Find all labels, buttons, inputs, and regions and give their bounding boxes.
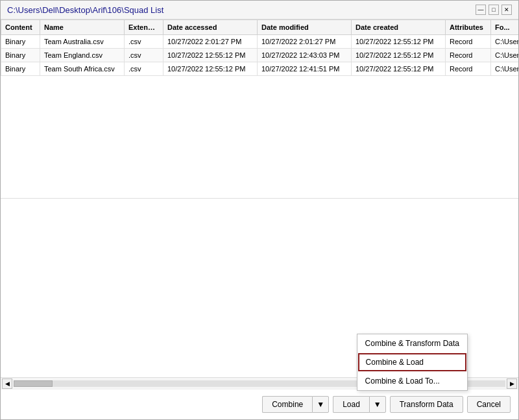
dropdown-item-combine-load[interactable]: Combine & Load: [358, 353, 466, 371]
maximize-button[interactable]: □: [489, 5, 499, 15]
main-window: C:\Users\Dell\Desktop\Arif\106\Squad Lis…: [0, 0, 519, 420]
load-dropdown-button[interactable]: ▼: [369, 396, 386, 413]
cell-folder: C:\Users\Dell\De: [491, 49, 519, 62]
cell-content: Binary: [1, 35, 40, 49]
col-date-accessed: Date accessed: [163, 20, 258, 35]
cell-extension: .csv: [125, 35, 163, 49]
table-container[interactable]: Content Name Extension Date accessed Dat…: [1, 19, 518, 199]
scroll-thumb[interactable]: [14, 380, 53, 387]
cell-date_created: 10/27/2022 12:55:12 PM: [352, 35, 446, 49]
load-button-group: Load ▼: [333, 396, 386, 413]
col-folder: Fo...: [491, 20, 519, 35]
combine-button[interactable]: Combine: [262, 396, 312, 413]
cancel-button[interactable]: Cancel: [467, 396, 511, 413]
cell-attributes: Record: [446, 62, 491, 76]
table-header-row: Content Name Extension Date accessed Dat…: [1, 20, 519, 35]
col-content: Content: [1, 20, 40, 35]
col-extension: Extension: [125, 20, 163, 35]
window-controls: — □ ✕: [476, 5, 512, 15]
cell-folder: C:\Users\Dell\De: [491, 62, 519, 76]
close-button[interactable]: ✕: [501, 5, 512, 15]
cell-content: Binary: [1, 49, 40, 62]
table-row[interactable]: BinaryTeam South Africa.csv.csv10/27/202…: [1, 62, 519, 76]
cell-date_accessed: 10/27/2022 12:55:12 PM: [163, 62, 258, 76]
window-title: C:\Users\Dell\Desktop\Arif\106\Squad Lis…: [7, 5, 163, 15]
combine-dropdown-button[interactable]: ▼: [312, 396, 329, 413]
title-bar: C:\Users\Dell\Desktop\Arif\106\Squad Lis…: [1, 1, 518, 19]
files-table: Content Name Extension Date accessed Dat…: [1, 19, 518, 76]
cell-name: Team England.csv: [40, 49, 125, 62]
cell-extension: .csv: [125, 62, 163, 76]
cell-date_accessed: 10/27/2022 2:01:27 PM: [163, 35, 258, 49]
bottom-toolbar: Combine & Transform Data Combine & Load …: [1, 389, 518, 419]
cell-content: Binary: [1, 62, 40, 76]
load-button[interactable]: Load: [333, 396, 369, 413]
cell-date_created: 10/27/2022 12:55:12 PM: [352, 49, 446, 62]
col-date-modified: Date modified: [258, 20, 352, 35]
cell-attributes: Record: [446, 35, 491, 49]
col-attributes: Attributes: [446, 20, 491, 35]
table-row[interactable]: BinaryTeam England.csv.csv10/27/2022 12:…: [1, 49, 519, 62]
minimize-button[interactable]: —: [476, 5, 486, 15]
cell-name: Team South Africa.csv: [40, 62, 125, 76]
combine-button-group: Combine ▼: [262, 396, 329, 413]
table-row[interactable]: BinaryTeam Australia.csv.csv10/27/2022 2…: [1, 35, 519, 49]
cell-attributes: Record: [446, 49, 491, 62]
col-date-created: Date created: [352, 20, 446, 35]
dropdown-item-combine-transform[interactable]: Combine & Transform Data: [357, 334, 467, 352]
cell-date_accessed: 10/27/2022 12:55:12 PM: [163, 49, 258, 62]
dropdown-item-combine-load-to[interactable]: Combine & Load To...: [357, 372, 467, 390]
cell-name: Team Australia.csv: [40, 35, 125, 49]
cell-extension: .csv: [125, 49, 163, 62]
scroll-right-button[interactable]: ▶: [507, 378, 517, 389]
cell-date_modified: 10/27/2022 12:41:51 PM: [258, 62, 352, 76]
combine-dropdown-menu: Combine & Transform Data Combine & Load …: [357, 334, 468, 391]
transform-data-button[interactable]: Transform Data: [390, 396, 463, 413]
col-name: Name: [40, 20, 125, 35]
cell-folder: C:\Users\Dell\De: [491, 35, 519, 49]
cell-date_modified: 10/27/2022 2:01:27 PM: [258, 35, 352, 49]
cell-date_modified: 10/27/2022 12:43:03 PM: [258, 49, 352, 62]
cell-date_created: 10/27/2022 12:55:12 PM: [352, 62, 446, 76]
scroll-left-button[interactable]: ◀: [2, 378, 12, 389]
